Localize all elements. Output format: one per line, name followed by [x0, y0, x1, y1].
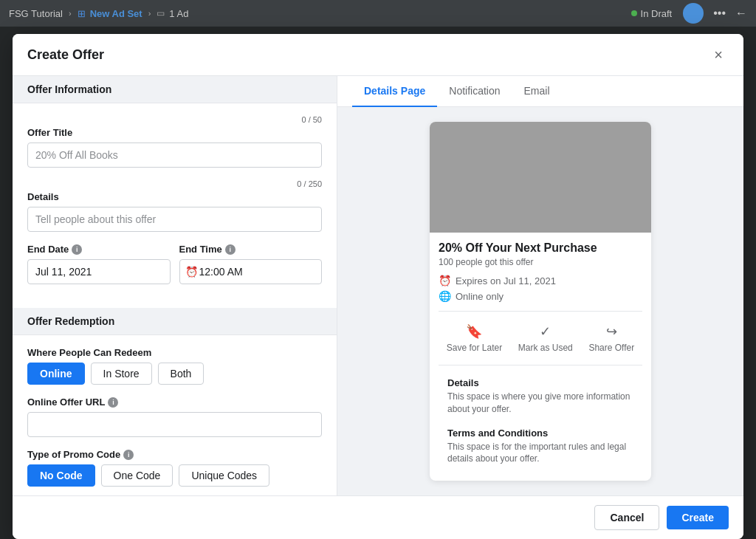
avatar[interactable] — [683, 3, 704, 24]
offer-information-header: Offer Information — [13, 76, 337, 103]
end-time-group: End Time i ⏰ — [179, 244, 323, 284]
grid-icon: ⊞ — [78, 8, 86, 19]
terms-text: This space is for the important rules an… — [447, 441, 633, 466]
share-icon: ↪ — [606, 323, 617, 340]
separator-2: › — [148, 9, 151, 18]
left-panel: Offer Information 0 / 50 Offer Title 0 /… — [13, 76, 337, 495]
offer-image — [430, 122, 651, 233]
more-icon[interactable]: ••• — [713, 7, 726, 20]
preview-area: 20% Off Your Next Purchase 100 people go… — [337, 107, 743, 495]
location-item: 🌐 Online only — [439, 290, 642, 302]
breadcrumb-adset[interactable]: New Ad Set — [90, 8, 142, 19]
status-dot — [631, 10, 637, 16]
location-meta-icon: 🌐 — [439, 290, 451, 302]
expires-item: ⏰ Expires on Jul 11, 2021 — [439, 275, 642, 286]
end-date-info-icon[interactable]: i — [72, 244, 82, 255]
unique-codes-button[interactable]: Unique Codes — [179, 464, 269, 487]
details-section-title: Details — [447, 377, 633, 388]
tab-details-page[interactable]: Details Page — [352, 76, 437, 107]
status-label: In Draft — [641, 8, 673, 19]
offer-title-input[interactable] — [27, 143, 322, 168]
share-offer-action[interactable]: ↪ Share Offer — [588, 323, 634, 353]
both-button[interactable]: Both — [158, 363, 205, 385]
no-code-button[interactable]: No Code — [27, 464, 95, 487]
promo-code-label: Type of Promo Code i — [27, 449, 322, 460]
time-input-wrapper: ⏰ — [179, 259, 323, 284]
breadcrumb-ad[interactable]: 1 Ad — [169, 8, 188, 19]
in-store-button[interactable]: In Store — [91, 363, 152, 385]
create-button[interactable]: Create — [667, 506, 729, 529]
check-icon: ✓ — [540, 323, 551, 340]
modal-overlay: Create Offer × Offer Information 0 / 50 … — [0, 27, 756, 539]
redeem-options: Online In Store Both — [27, 363, 322, 385]
create-offer-modal: Create Offer × Offer Information 0 / 50 … — [13, 34, 743, 539]
offer-preview-title: 20% Off Your Next Purchase — [439, 241, 642, 255]
online-button[interactable]: Online — [27, 363, 85, 385]
end-date-label: End Date i — [27, 244, 171, 255]
breadcrumb-tutorial[interactable]: FSG Tutorial — [9, 8, 63, 19]
online-url-input[interactable] — [27, 412, 322, 437]
promo-code-group: Type of Promo Code i No Code One Code Un… — [27, 449, 322, 487]
promo-code-options: No Code One Code Unique Codes — [27, 464, 322, 487]
modal-title: Create Offer — [27, 47, 104, 63]
clock-meta-icon: ⏰ — [439, 275, 451, 286]
end-time-info-icon[interactable]: i — [225, 244, 236, 255]
modal-header: Create Offer × — [13, 34, 743, 76]
end-date-group: End Date i — [27, 244, 171, 284]
save-for-later-action[interactable]: 🔖 Save for Later — [447, 323, 502, 353]
offer-divider — [439, 311, 642, 312]
mark-as-used-action[interactable]: ✓ Mark as Used — [518, 323, 573, 353]
save-label: Save for Later — [447, 343, 502, 353]
offer-info: 20% Off Your Next Purchase 100 people go… — [430, 233, 651, 480]
online-url-label: Online Offer URL i — [27, 396, 322, 408]
offer-redemption-header: Offer Redemption — [13, 308, 337, 335]
cancel-button[interactable]: Cancel — [594, 505, 659, 530]
end-time-label: End Time i — [179, 244, 323, 255]
modal-footer: Cancel Create — [13, 495, 743, 539]
save-icon: 🔖 — [466, 323, 482, 340]
offer-preview-subtitle: 100 people got this offer — [439, 257, 642, 267]
offer-meta: ⏰ Expires on Jul 11, 2021 🌐 Online only — [439, 275, 642, 302]
expires-text: Expires on Jul 11, 2021 — [456, 275, 556, 286]
where-redeem-label: Where People Can Redeem — [27, 347, 322, 358]
date-time-row: End Date i End Time i ⏰ — [27, 244, 322, 296]
details-label: Details — [27, 191, 322, 202]
tab-email[interactable]: Email — [512, 76, 562, 107]
modal-body: Offer Information 0 / 50 Offer Title 0 /… — [13, 76, 743, 495]
details-group: 0 / 250 Details — [27, 179, 322, 232]
offer-actions: 🔖 Save for Later ✓ Mark as Used ↪ Share … — [439, 317, 642, 359]
back-icon[interactable]: ← — [735, 7, 747, 20]
offer-title-group: 0 / 50 Offer Title — [27, 115, 322, 168]
preview-tabs: Details Page Notification Email — [337, 76, 743, 107]
mark-used-label: Mark as Used — [518, 343, 573, 353]
end-time-input[interactable] — [179, 259, 323, 284]
promo-code-info-icon[interactable]: i — [123, 450, 134, 460]
terms-section: Terms and Conditions This space is for t… — [439, 422, 642, 472]
separator-1: › — [69, 9, 72, 18]
online-url-group: Online Offer URL i — [27, 396, 322, 437]
offer-details-section: Details This space is where you give mor… — [439, 371, 642, 422]
offer-information-section: 0 / 50 Offer Title 0 / 250 Details — [13, 103, 337, 308]
top-bar: FSG Tutorial › ⊞ New Ad Set › ▭ 1 Ad In … — [0, 0, 756, 27]
close-button[interactable]: × — [708, 44, 729, 65]
location-text: Online only — [456, 291, 504, 302]
details-char-count: 0 / 250 — [27, 179, 322, 188]
clock-icon: ⏰ — [185, 266, 198, 278]
offer-redemption-section: Where People Can Redeem Online In Store … — [13, 335, 337, 495]
offer-title-char-count: 0 / 50 — [27, 115, 322, 124]
details-input[interactable] — [27, 207, 322, 232]
offer-title-label: Offer Title — [27, 127, 322, 138]
right-panel: Details Page Notification Email 20% Off … — [337, 76, 743, 495]
where-redeem-group: Where People Can Redeem Online In Store … — [27, 347, 322, 385]
share-label: Share Offer — [588, 343, 634, 353]
details-section-text: This space is where you give more inform… — [447, 391, 633, 416]
one-code-button[interactable]: One Code — [101, 464, 173, 487]
online-url-info-icon[interactable]: i — [108, 397, 118, 408]
tab-notification[interactable]: Notification — [437, 76, 512, 107]
offer-divider-2 — [439, 365, 642, 365]
end-date-input[interactable] — [27, 259, 171, 284]
status-badge: In Draft ••• ← — [631, 3, 747, 24]
terms-title: Terms and Conditions — [447, 428, 633, 439]
ad-icon: ▭ — [157, 8, 165, 18]
offer-card: 20% Off Your Next Purchase 100 people go… — [430, 122, 651, 481]
